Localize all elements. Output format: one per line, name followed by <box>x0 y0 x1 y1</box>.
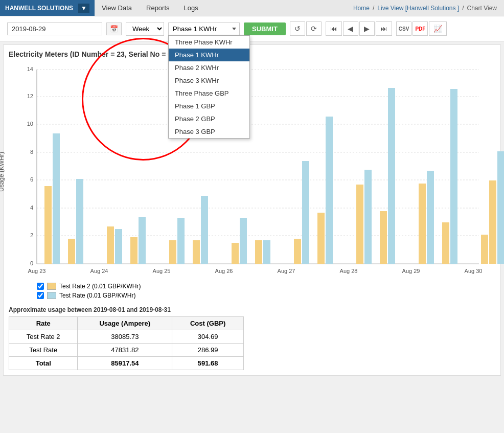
prev-button[interactable]: ◀ <box>343 21 358 36</box>
svg-text:Usage (KWHr): Usage (KWHr) <box>0 152 5 192</box>
bar <box>419 184 426 264</box>
breadcrumb-home[interactable]: Home <box>353 5 370 12</box>
bar <box>44 186 52 264</box>
metric-option-phase1-gbp[interactable]: Phase 1 GBP <box>169 100 249 112</box>
refresh-button[interactable]: ↺ <box>290 21 305 36</box>
metric-option-phase3-gbp[interactable]: Phase 3 GBP <box>169 125 249 138</box>
linechart-button[interactable]: 📈 <box>429 21 447 36</box>
pdf-button[interactable]: PDF <box>413 21 428 36</box>
breadcrumb-sep1: / <box>373 5 374 12</box>
metric-option-three-phase-kwhr[interactable]: Three Phase KWHr <box>169 36 249 49</box>
legend-checkbox-1[interactable] <box>37 292 44 299</box>
nav-reports[interactable]: Reports <box>139 0 177 16</box>
first-button[interactable]: ⏮ <box>326 21 342 36</box>
metric-option-phase1-kwhr[interactable]: Phase 1 KWHr <box>169 49 249 61</box>
usage-cost-0: 304.69 <box>172 330 244 344</box>
bar <box>193 240 200 264</box>
legend-item-0: Test Rate 2 (0.01 GBP/KWHr) <box>37 283 495 290</box>
export-icon-group: CSV PDF 📈 <box>396 21 447 36</box>
breadcrumb-sep2: / <box>462 5 464 12</box>
next-button[interactable]: ▶ <box>359 21 375 36</box>
bar <box>169 240 176 264</box>
svg-text:14: 14 <box>27 66 33 72</box>
bar <box>139 217 146 264</box>
usage-title: Approximate usage between 2019-08-01 and… <box>9 306 495 313</box>
usage-header-cost: Cost (GBP) <box>172 317 244 330</box>
bar <box>76 179 83 264</box>
bar <box>294 239 301 264</box>
bar <box>489 180 496 264</box>
usage-row-0: Test Rate 2 38085.73 304.69 <box>9 330 244 344</box>
brand-dropdown-arrow[interactable]: ▼ <box>78 4 89 13</box>
metric-option-phase3-kwhr[interactable]: Phase 3 KWHr <box>169 74 249 87</box>
bar <box>380 211 387 264</box>
bar <box>240 218 247 264</box>
breadcrumb-live-view[interactable]: Live View [Hanwell Solutions ] <box>377 5 459 12</box>
bar <box>302 161 309 264</box>
legend-label-0: Test Rate 2 (0.01 GBP/KWHr) <box>59 283 141 290</box>
main-content: Electricity Meters (ID Number = 23, Seri… <box>3 44 501 376</box>
nav-icon-group: ↺ ⟳ <box>290 21 322 36</box>
svg-text:Aug 23: Aug 23 <box>28 268 46 274</box>
bar <box>68 239 75 264</box>
svg-text:Aug 25: Aug 25 <box>153 268 171 274</box>
metric-dropdown-trigger[interactable]: Phase 1 KWHr <box>168 22 240 35</box>
bar <box>53 133 60 264</box>
metric-dropdown-menu: Three Phase KWHr Phase 1 KWHr Phase 2 KW… <box>168 35 250 139</box>
usage-row-1: Test Rate 47831.82 286.99 <box>9 344 244 357</box>
usage-rate-total: Total <box>9 357 78 370</box>
bar <box>177 218 185 264</box>
svg-text:12: 12 <box>27 93 33 99</box>
bar <box>450 89 457 264</box>
legend-item-1: Test Rate (0.01 GBP/KWHr) <box>37 292 495 299</box>
brand-label: HANWELL SOLUTIONS <box>5 5 73 12</box>
csv-button[interactable]: CSV <box>396 21 412 36</box>
playback-icon-group: ⏮ ◀ ▶ ⏭ <box>326 21 392 36</box>
metric-option-phase2-kwhr[interactable]: Phase 2 KWHr <box>169 61 249 74</box>
bar <box>356 185 363 264</box>
calendar-icon[interactable]: 📅 <box>106 22 122 35</box>
brand-button[interactable]: HANWELL SOLUTIONS ▼ <box>0 0 95 16</box>
metric-dropdown-container: Phase 1 KWHr Three Phase KWHr Phase 1 KW… <box>168 22 240 35</box>
metric-option-phase2-gbp[interactable]: Phase 2 GBP <box>169 112 249 125</box>
usage-rate-0: Test Rate 2 <box>9 330 78 344</box>
legend-color-1 <box>47 292 56 299</box>
usage-header-rate: Rate <box>9 317 78 330</box>
metric-dropdown-arrow <box>232 28 236 30</box>
legend-label-1: Test Rate (0.01 GBP/KWHr) <box>59 292 135 299</box>
svg-text:Aug 28: Aug 28 <box>340 268 358 274</box>
breadcrumb-chart-view: Chart View <box>467 5 497 12</box>
metric-selected-value: Phase 1 KWHr <box>173 25 217 33</box>
usage-amount-total: 85917.54 <box>78 357 172 370</box>
svg-text:2: 2 <box>30 232 33 238</box>
metric-option-three-phase-gbp[interactable]: Three Phase GBP <box>169 87 249 100</box>
nav-view-data[interactable]: View Data <box>95 0 139 16</box>
usage-section: Approximate usage between 2019-08-01 and… <box>9 306 495 370</box>
bar <box>232 243 239 264</box>
usage-row-total: Total 85917.54 591.68 <box>9 357 244 370</box>
bar <box>130 237 138 264</box>
nav-logs[interactable]: Logs <box>177 0 205 16</box>
legend-checkbox-0[interactable] <box>37 283 44 290</box>
date-input[interactable] <box>7 22 102 35</box>
bar <box>481 235 488 264</box>
bar <box>326 117 333 264</box>
bar <box>427 171 434 264</box>
usage-amount-1: 47831.82 <box>78 344 172 357</box>
submit-button[interactable]: SUBMIT <box>244 22 286 35</box>
chart-title: Electricity Meters (ID Number = 23, Seri… <box>9 50 495 58</box>
bar <box>364 170 372 264</box>
usage-amount-0: 38085.73 <box>78 330 172 344</box>
period-select[interactable]: Week Day Month Year <box>126 22 164 36</box>
svg-text:0: 0 <box>30 260 33 266</box>
reset-button[interactable]: ⟳ <box>306 21 322 36</box>
svg-text:6: 6 <box>30 176 33 183</box>
breadcrumb: Home / Live View [Hanwell Solutions ] / … <box>353 5 504 12</box>
usage-header-usage: Usage (Ampere) <box>78 317 172 330</box>
top-navigation: HANWELL SOLUTIONS ▼ View Data Reports Lo… <box>0 0 504 16</box>
bar <box>317 213 325 264</box>
svg-text:Aug 29: Aug 29 <box>402 268 420 274</box>
usage-table: Rate Usage (Ampere) Cost (GBP) Test Rate… <box>9 316 244 370</box>
last-button[interactable]: ⏭ <box>376 21 392 36</box>
toolbar: 📅 Week Day Month Year Phase 1 KWHr Three… <box>0 16 504 41</box>
